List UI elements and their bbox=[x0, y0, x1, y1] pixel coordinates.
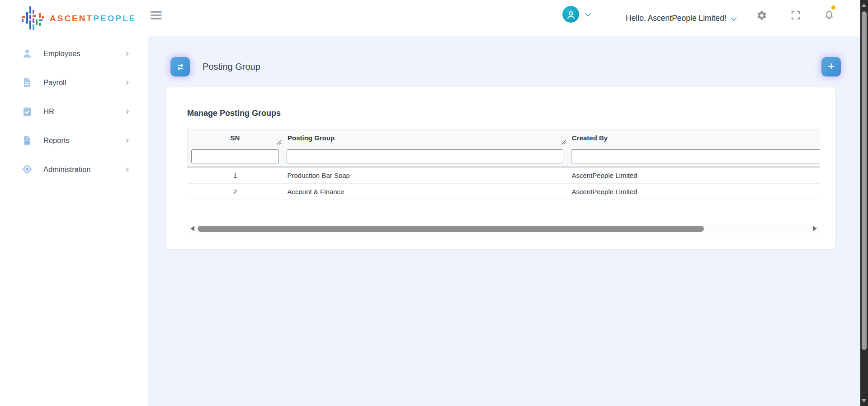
chevron-right-icon: › bbox=[125, 135, 129, 145]
menu-hamburger-icon[interactable] bbox=[150, 11, 162, 21]
swap-module-button[interactable] bbox=[170, 57, 190, 76]
scroll-right-arrow-icon[interactable] bbox=[813, 226, 817, 231]
sidebar-item-administration[interactable]: Administration › bbox=[0, 155, 148, 184]
column-resize-grip-icon[interactable] bbox=[561, 140, 566, 145]
user-avatar[interactable] bbox=[562, 6, 579, 23]
chevron-right-icon: › bbox=[125, 77, 129, 87]
scroll-up-arrow-icon[interactable] bbox=[862, 4, 866, 7]
sidebar-item-payroll[interactable]: Payroll › bbox=[0, 68, 148, 97]
clipboard-check-icon bbox=[22, 106, 33, 117]
brand-logo[interactable]: ASCENTPEOPLE bbox=[0, 0, 148, 33]
topbar: Hello, AscentPeople Limited! bbox=[148, 0, 860, 36]
page-title: Posting Group bbox=[203, 62, 260, 72]
notification-dot bbox=[831, 5, 835, 10]
horizontal-scroll-thumb[interactable] bbox=[198, 226, 704, 232]
avatar-dropdown-chevron-icon[interactable] bbox=[584, 10, 593, 19]
cell-posting-group: Account & Finance bbox=[283, 183, 567, 200]
chevron-right-icon: › bbox=[125, 164, 129, 174]
table-row[interactable]: 2 Account & Finance AscentPeople Limited bbox=[188, 183, 820, 200]
avatar-person-icon bbox=[566, 9, 576, 20]
account-menu[interactable]: Hello, AscentPeople Limited! bbox=[626, 0, 738, 36]
settings-gear-icon[interactable] bbox=[756, 10, 767, 21]
chevron-right-icon: › bbox=[125, 48, 129, 58]
cell-sn: 2 bbox=[188, 183, 283, 200]
scroll-left-arrow-icon[interactable] bbox=[190, 226, 194, 231]
account-dropdown-chevron-icon bbox=[729, 14, 738, 24]
brand-wordmark-primary: ASCENT bbox=[50, 14, 93, 23]
sidebar: ASCENTPEOPLE Employees › Payroll › bbox=[0, 0, 148, 406]
posting-groups-card: Manage Posting Groups SN Po bbox=[166, 87, 836, 249]
sidebar-item-label: Reports bbox=[43, 136, 70, 145]
cell-created-by: AscentPeople Limited bbox=[567, 183, 820, 200]
person-icon bbox=[22, 48, 33, 59]
filter-cell-posting-group bbox=[283, 146, 567, 167]
browser-vertical-scrollbar[interactable] bbox=[860, 0, 868, 406]
sidebar-item-label: HR bbox=[43, 107, 54, 116]
sidebar-item-label: Payroll bbox=[43, 78, 66, 87]
target-icon bbox=[22, 164, 33, 175]
column-header-label: Created By bbox=[572, 134, 608, 142]
cell-sn: 1 bbox=[188, 167, 283, 183]
filter-input-created-by[interactable] bbox=[571, 149, 820, 163]
table-horizontal-scrollbar[interactable] bbox=[187, 225, 820, 233]
filter-input-sn[interactable] bbox=[191, 149, 279, 163]
column-resize-grip-icon[interactable] bbox=[277, 140, 282, 145]
content-area: Posting Group + Manage Posting Groups SN bbox=[148, 36, 860, 406]
column-header-sn[interactable]: SN bbox=[188, 129, 283, 146]
filter-input-posting-group[interactable] bbox=[287, 149, 563, 163]
filter-cell-created-by bbox=[567, 146, 820, 167]
document-icon bbox=[22, 77, 33, 88]
greeting-text: Hello, AscentPeople Limited! bbox=[626, 14, 726, 23]
scroll-down-arrow-icon[interactable] bbox=[862, 399, 866, 402]
column-header-posting-group[interactable]: Posting Group bbox=[283, 129, 567, 146]
table-header-row: SN Posting Group bbox=[188, 129, 820, 146]
column-header-created-by[interactable]: Created By bbox=[567, 129, 820, 146]
posting-groups-table-wrapper: SN Posting Group bbox=[187, 129, 820, 200]
column-header-label: Posting Group bbox=[288, 134, 335, 142]
add-posting-group-button[interactable]: + bbox=[821, 57, 841, 76]
cell-created-by: AscentPeople Limited bbox=[567, 167, 820, 183]
vertical-scroll-thumb[interactable] bbox=[862, 11, 867, 350]
sidebar-item-label: Employees bbox=[43, 49, 80, 58]
table-row[interactable]: 1 Production Bar Soap AscentPeople Limit… bbox=[188, 167, 820, 183]
table-filter-row bbox=[188, 146, 820, 167]
page-header: Posting Group + bbox=[170, 57, 841, 76]
cell-posting-group: Production Bar Soap bbox=[283, 167, 567, 183]
column-header-label: SN bbox=[231, 134, 240, 142]
notifications-bell-icon[interactable] bbox=[824, 10, 835, 21]
chevron-right-icon: › bbox=[125, 106, 129, 116]
posting-groups-table: SN Posting Group bbox=[187, 129, 820, 200]
card-heading: Manage Posting Groups bbox=[187, 109, 821, 118]
brand-logo-mark-icon bbox=[21, 5, 44, 33]
brand-wordmark-secondary: PEOPLE bbox=[93, 14, 136, 23]
sidebar-nav: Employees › Payroll › HR › bbox=[0, 39, 148, 184]
brand-wordmark: ASCENTPEOPLE bbox=[50, 14, 136, 24]
sidebar-item-hr[interactable]: HR › bbox=[0, 97, 148, 126]
horizontal-scroll-track[interactable] bbox=[194, 225, 813, 233]
sidebar-item-reports[interactable]: Reports › bbox=[0, 126, 148, 155]
sidebar-item-employees[interactable]: Employees › bbox=[0, 39, 148, 68]
filter-cell-sn bbox=[188, 146, 283, 167]
swap-arrows-icon bbox=[175, 62, 185, 72]
report-chart-icon bbox=[22, 135, 33, 146]
sidebar-item-label: Administration bbox=[43, 165, 91, 174]
fullscreen-icon[interactable] bbox=[790, 10, 801, 21]
